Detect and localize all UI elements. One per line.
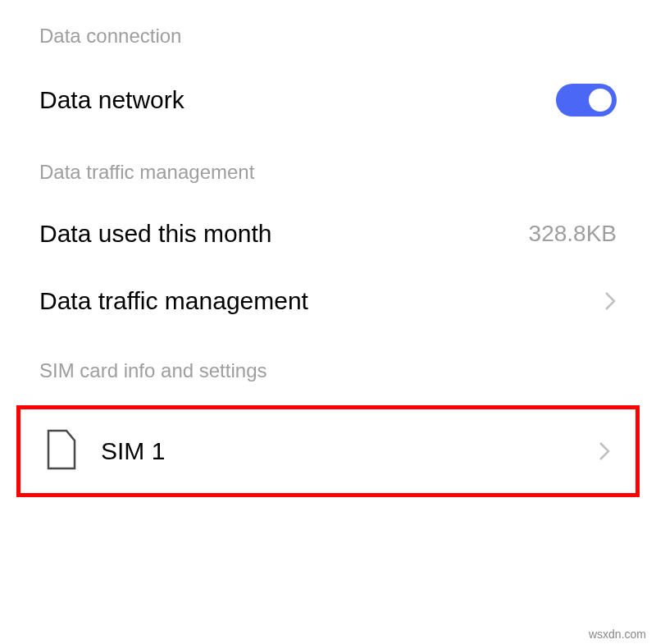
- row-data-used[interactable]: Data used this month 328.8KB: [0, 200, 656, 267]
- row-data-network[interactable]: Data network: [0, 64, 656, 136]
- value-data-used: 328.8KB: [529, 221, 617, 247]
- label-data-network: Data network: [39, 86, 184, 114]
- row-sim1[interactable]: SIM 1: [20, 409, 636, 493]
- highlight-box: SIM 1: [16, 405, 640, 497]
- label-data-used: Data used this month: [39, 220, 272, 248]
- section-header-data-traffic: Data traffic management: [0, 136, 656, 200]
- sim-left-group: SIM 1: [45, 429, 165, 473]
- row-data-traffic-management[interactable]: Data traffic management: [0, 267, 656, 335]
- section-header-sim-card: SIM card info and settings: [0, 335, 656, 399]
- chevron-right-icon: [604, 290, 617, 313]
- toggle-knob: [589, 89, 612, 112]
- toggle-data-network[interactable]: [556, 84, 617, 116]
- label-data-traffic-management: Data traffic management: [39, 287, 308, 315]
- watermark: wsxdn.com: [589, 628, 646, 641]
- settings-page: Data connection Data network Data traffi…: [0, 0, 656, 497]
- section-header-data-connection: Data connection: [0, 0, 656, 64]
- chevron-right-icon: [598, 440, 611, 463]
- label-sim1: SIM 1: [101, 437, 165, 465]
- sim-card-icon: [45, 429, 78, 473]
